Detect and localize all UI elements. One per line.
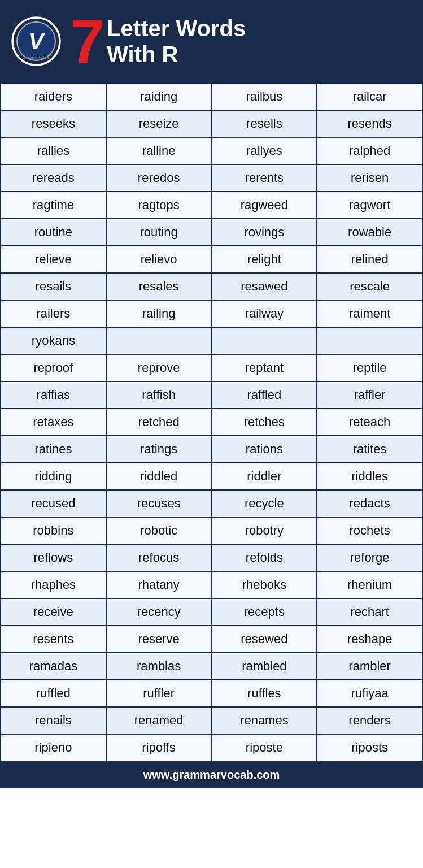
table-row: ralliesrallinerallyesralphed — [1, 137, 422, 164]
word-cell: riddles — [317, 463, 422, 490]
word-cell: raiment — [317, 300, 422, 327]
logo: V GRAMMARVOCAB — [11, 16, 61, 66]
word-cell: rallies — [1, 137, 106, 164]
word-cell: reseize — [106, 110, 212, 137]
table-row: retaxesretchedretchesreteach — [1, 409, 422, 436]
word-cell: retched — [106, 409, 212, 436]
word-cell: ramadas — [1, 653, 106, 680]
word-cell: robotic — [106, 517, 212, 544]
footer-url: www.grammarvocab.com — [143, 769, 280, 781]
word-cell: routine — [1, 219, 106, 246]
header: V GRAMMARVOCAB 7 Letter Words With R — [0, 0, 423, 83]
word-cell: raiders — [1, 83, 106, 110]
word-cell: ruffled — [1, 680, 106, 707]
word-cell: raffler — [317, 381, 422, 409]
word-cell: rallyes — [212, 137, 317, 164]
table-row: riddingriddledriddlerriddles — [1, 463, 422, 490]
word-cell: ragwort — [317, 192, 422, 219]
word-cell: ridding — [1, 463, 106, 490]
word-cell: reproof — [1, 354, 106, 381]
word-cell: rerents — [212, 164, 317, 192]
word-cell: ramblas — [106, 653, 212, 680]
word-cell: riposts — [317, 734, 422, 761]
word-cell: riddler — [212, 463, 317, 490]
svg-text:GRAMMARVOCAB: GRAMMARVOCAB — [23, 56, 50, 59]
table-row: routineroutingrovingsrowable — [1, 219, 422, 246]
word-cell: recused — [1, 490, 106, 517]
word-cell: robbins — [1, 517, 106, 544]
word-cell: ragtime — [1, 192, 106, 219]
word-cell: rochets — [317, 517, 422, 544]
word-cell: rations — [212, 436, 317, 463]
word-cell: rambled — [212, 653, 317, 680]
word-cell: raffias — [1, 381, 106, 409]
word-cell: rhenium — [317, 571, 422, 598]
word-cell: reptile — [317, 354, 422, 381]
word-cell: ratines — [1, 436, 106, 463]
word-cell: reforge — [317, 544, 422, 571]
word-cell: receive — [1, 598, 106, 626]
word-cell: renames — [212, 707, 317, 734]
word-cell: refolds — [212, 544, 317, 571]
word-cell: rovings — [212, 219, 317, 246]
word-cell: resewed — [212, 626, 317, 653]
word-cell: ruffler — [106, 680, 212, 707]
word-cell — [212, 327, 317, 354]
word-cell: rechart — [317, 598, 422, 626]
table-row: recusedrecusesrecycleredacts — [1, 490, 422, 517]
word-cell: ratings — [106, 436, 212, 463]
word-cell: reshape — [317, 626, 422, 653]
word-cell: rambler — [317, 653, 422, 680]
word-cell: railbus — [212, 83, 317, 110]
word-cell: ryokans — [1, 327, 106, 354]
word-cell: raffled — [212, 381, 317, 409]
table-row: relieverelievorelightrelined — [1, 246, 422, 273]
word-cell: ratites — [317, 436, 422, 463]
word-cell: raiding — [106, 83, 212, 110]
word-cell: rerisen — [317, 164, 422, 192]
word-cell: rescale — [317, 273, 422, 300]
word-cell: relight — [212, 246, 317, 273]
word-cell — [106, 327, 212, 354]
table-row: reseeksreseizeresellsresends — [1, 110, 422, 137]
table-row: raffiasraffishraffledraffler — [1, 381, 422, 409]
word-cell: retaxes — [1, 409, 106, 436]
word-cell: ragweed — [212, 192, 317, 219]
word-cell: refocus — [106, 544, 212, 571]
title-line2: With R — [107, 41, 246, 67]
word-cell: robotry — [212, 517, 317, 544]
table-row: rhaphesrhatanyrheboksrhenium — [1, 571, 422, 598]
table-row: railersrailingrailwayraiment — [1, 300, 422, 327]
table-row: ripienoripoffsriposteriposts — [1, 734, 422, 761]
header-title-block: 7 Letter Words With R — [70, 10, 246, 72]
word-cell: relined — [317, 246, 422, 273]
word-cell: rufiyaa — [317, 680, 422, 707]
word-cell: recuses — [106, 490, 212, 517]
title-text: Letter Words With R — [107, 15, 246, 67]
table-row: resailsresalesresawedrescale — [1, 273, 422, 300]
word-cell: resawed — [212, 273, 317, 300]
table-row: ryokans — [1, 327, 422, 354]
svg-text:V: V — [29, 29, 46, 54]
word-cell: reprove — [106, 354, 212, 381]
table-row: ragtimeragtopsragweedragwort — [1, 192, 422, 219]
word-cell: relievo — [106, 246, 212, 273]
word-cell: ralline — [106, 137, 212, 164]
word-cell: reflows — [1, 544, 106, 571]
word-cell: rheboks — [212, 571, 317, 598]
word-cell: rhaphes — [1, 571, 106, 598]
word-cell: railers — [1, 300, 106, 327]
word-cell: recency — [106, 598, 212, 626]
word-cell: railcar — [317, 83, 422, 110]
word-cell: reseeks — [1, 110, 106, 137]
word-cell: rowable — [317, 219, 422, 246]
word-cell: redacts — [317, 490, 422, 517]
word-cell: ripieno — [1, 734, 106, 761]
word-cell: reredos — [106, 164, 212, 192]
word-cell: relieve — [1, 246, 106, 273]
word-table: raidersraidingrailbusrailcarreseeksresei… — [0, 83, 423, 762]
word-cell: resales — [106, 273, 212, 300]
table-row: rereadsreredosrerentsrerisen — [1, 164, 422, 192]
table-row: reflowsrefocusrefoldsreforge — [1, 544, 422, 571]
word-cell: reserve — [106, 626, 212, 653]
